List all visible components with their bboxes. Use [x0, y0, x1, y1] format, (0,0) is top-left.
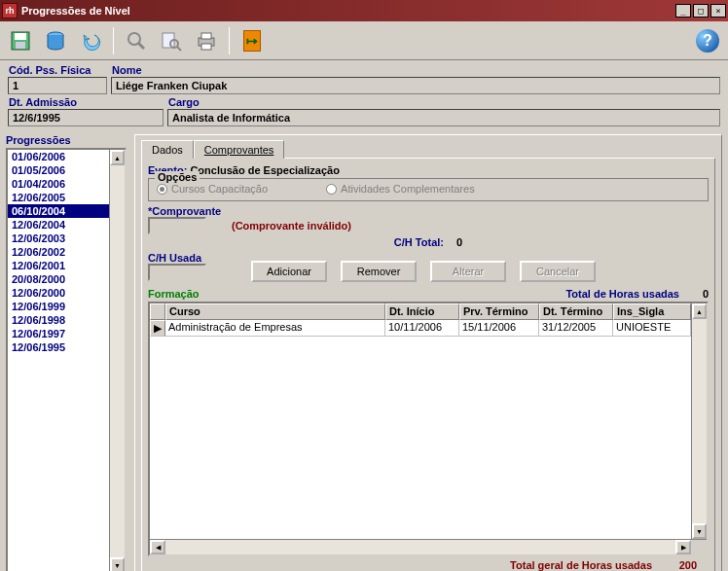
evento-value: Conclusão de Especialização [190, 164, 339, 176]
exit-icon: ↦ [243, 30, 261, 52]
progressao-item[interactable]: 01/05/2006 [8, 163, 109, 177]
table-row[interactable]: ▶Administração de Empresas10/11/200615/1… [150, 320, 691, 337]
progressao-item[interactable]: 12/06/2003 [8, 232, 109, 245]
cod-label: Cód. Pss. Física [8, 64, 107, 76]
scroll-left-button[interactable]: ◀ [150, 540, 165, 554]
zoom-button[interactable] [122, 26, 151, 55]
radio-dot-icon [326, 184, 337, 195]
progressao-item[interactable]: 12/06/2001 [8, 259, 109, 272]
progressao-item[interactable]: 01/04/2006 [8, 177, 109, 191]
header-panel: Cód. Pss. Física 1 Nome Liége Franken Ci… [0, 60, 728, 130]
col-dt-termino[interactable]: Dt. Término [539, 303, 613, 320]
opcoes-group: Opções Cursos Capacitação Atividades Com… [148, 178, 709, 201]
col-prv-termino[interactable]: Prv. Término [459, 303, 539, 320]
progressao-item[interactable]: 20/08/2000 [8, 272, 109, 286]
nome-value: Liége Franken Ciupak [111, 77, 720, 94]
progressao-item[interactable]: 12/06/2004 [8, 218, 109, 232]
total-horas-label: Total de Horas usadas [565, 288, 679, 300]
cancelar-button[interactable]: Cancelar [520, 261, 596, 282]
title-bar: rh Progressões de Nível _ □ × [0, 0, 728, 21]
window-title: Progressões de Nível [21, 5, 673, 17]
row-indicator-icon: ▶ [150, 320, 165, 337]
cell-dt-termino: 31/12/2005 [539, 320, 613, 337]
scroll-up-button[interactable]: ▲ [692, 303, 707, 319]
find-icon [160, 29, 183, 53]
database-button[interactable] [41, 26, 70, 55]
svg-rect-1 [15, 33, 26, 40]
progressao-item[interactable]: 06/10/2004 [8, 204, 109, 218]
print-icon [195, 29, 218, 53]
progressao-item[interactable]: 12/06/2000 [8, 286, 109, 300]
minimize-button[interactable]: _ [675, 4, 691, 18]
grid-header: Curso Dt. Início Prv. Término Dt. Términ… [150, 303, 691, 320]
alterar-button[interactable]: Alterar [430, 261, 506, 282]
formacao-grid[interactable]: Curso Dt. Início Prv. Término Dt. Términ… [148, 302, 709, 556]
admissao-value: 12/6/1995 [8, 109, 164, 126]
print-button[interactable] [192, 26, 221, 55]
svg-rect-10 [201, 33, 211, 39]
scroll-down-button[interactable]: ▼ [692, 523, 707, 539]
footer-label: Total geral de Horas usadas [510, 559, 652, 571]
tab-comprovantes[interactable]: Comprovantes [194, 140, 285, 159]
comprovante-input[interactable] [148, 217, 206, 234]
col-curso[interactable]: Curso [165, 303, 385, 320]
ch-usada-input[interactable] [148, 264, 206, 281]
grid-hscrollbar[interactable]: ◀ ▶ [150, 539, 707, 554]
admissao-label: Dt. Admissão [8, 96, 164, 108]
svg-rect-11 [201, 44, 211, 50]
scroll-down-button[interactable]: ▼ [110, 557, 125, 571]
svg-line-5 [138, 43, 144, 49]
cell-curso: Administração de Empresas [165, 320, 385, 337]
help-icon: ? [696, 29, 719, 53]
comprovante-label: *Comprovante [148, 205, 226, 217]
undo-icon [79, 29, 102, 53]
progressoes-list[interactable]: 01/06/200601/05/200601/04/200612/06/2005… [6, 148, 127, 571]
save-icon [9, 29, 32, 53]
col-ins-sigla[interactable]: Ins_Sigla [613, 303, 691, 320]
scroll-up-button[interactable]: ▲ [110, 150, 125, 165]
toolbar-separator [113, 27, 114, 54]
footer-value: 200 [658, 559, 697, 571]
database-icon [44, 29, 67, 53]
nome-label: Nome [111, 64, 720, 76]
cargo-label: Cargo [167, 96, 720, 108]
list-scrollbar[interactable]: ▲ ▼ [109, 150, 125, 571]
radio-dot-icon [157, 184, 167, 195]
tab-bar: Dados Comprovantes [135, 135, 721, 158]
progressao-item[interactable]: 12/06/2005 [8, 191, 109, 204]
progressao-item[interactable]: 12/06/1999 [8, 300, 109, 313]
radio-atividades[interactable]: Atividades Complementares [326, 183, 475, 195]
progressao-item[interactable]: 01/06/2006 [8, 150, 109, 163]
progressao-item[interactable]: 12/06/1995 [8, 340, 109, 354]
radio-cursos[interactable]: Cursos Capacitação [157, 183, 268, 195]
total-horas-value: 0 [679, 288, 709, 300]
exit-button[interactable]: ↦ [237, 26, 267, 55]
help-button[interactable]: ? [693, 26, 722, 55]
footer: Total geral de Horas usadas 200 [148, 556, 709, 571]
maximize-button[interactable]: □ [693, 4, 709, 18]
comprovante-invalid: (Comprovante inválido) [232, 220, 351, 232]
col-dt-inicio[interactable]: Dt. Início [385, 303, 459, 320]
app-icon: rh [2, 3, 18, 18]
progressao-item[interactable]: 12/06/1997 [8, 327, 109, 340]
detail-panel: Dados Comprovantes Evento: Conclusão de … [134, 134, 722, 571]
ch-total-value: 0 [456, 236, 462, 248]
remover-button[interactable]: Remover [341, 261, 417, 282]
progressoes-panel: Progressões 01/06/200601/05/200601/04/20… [6, 134, 127, 571]
cell-ins-sigla: UNIOESTE [613, 320, 691, 337]
formacao-label: Formação [148, 288, 200, 300]
close-button[interactable]: × [710, 4, 726, 18]
scroll-right-button[interactable]: ▶ [675, 540, 691, 554]
progressao-item[interactable]: 12/06/1998 [8, 313, 109, 327]
toolbar-separator [229, 27, 230, 54]
find-button[interactable] [157, 26, 186, 55]
progressao-item[interactable]: 12/06/2002 [8, 245, 109, 259]
tab-dados[interactable]: Dados [141, 140, 194, 159]
save-button[interactable] [6, 26, 35, 55]
grid-vscrollbar[interactable]: ▲ ▼ [691, 303, 707, 539]
opcoes-label: Opções [155, 171, 200, 183]
magnifier-icon [125, 29, 148, 53]
cell-prv-termino: 15/11/2006 [459, 320, 539, 337]
undo-button[interactable] [76, 26, 105, 55]
adicionar-button[interactable]: Adicionar [251, 261, 327, 282]
